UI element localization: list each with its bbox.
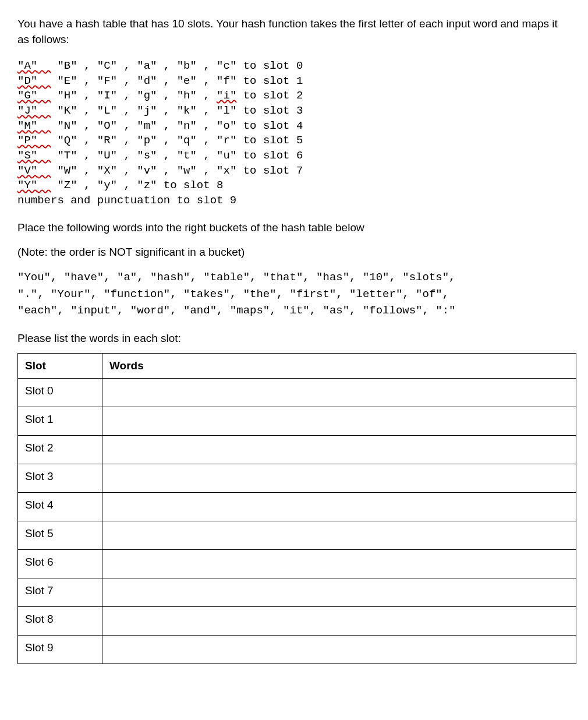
mapping-gap	[37, 104, 51, 117]
slot-label: Slot 5	[18, 521, 102, 549]
mapping-rest: "E" , "F" , "d" , "e" , "f" to slot 1	[51, 75, 303, 87]
slot-label: Slot 4	[18, 492, 102, 521]
mapping-gap	[37, 59, 51, 72]
intro-text: You have a hash table that has 10 slots.…	[17, 16, 571, 47]
mapping-gap	[37, 134, 51, 147]
mapping-gap	[37, 89, 51, 102]
slot-words-cell[interactable]	[102, 435, 576, 464]
slot-words-cell[interactable]	[102, 492, 576, 521]
header-words: Words	[102, 353, 576, 378]
mapping-first-letter: "G"	[17, 89, 37, 102]
mapping-first-letter: "J"	[17, 104, 37, 117]
mapping-rest: "B" , "C" , "a" , "b" , "c" to slot 0	[51, 59, 303, 72]
mapping-rest: "N" , "O" , "m" , "n" , "o" to slot 4	[51, 119, 303, 132]
slot-label: Slot 7	[18, 578, 102, 606]
slot-words-cell[interactable]	[102, 407, 576, 435]
slot-label: Slot 1	[18, 407, 102, 435]
hash-mapping-block: "A" "B" , "C" , "a" , "b" , "c" to slot …	[17, 59, 571, 208]
slot-label: Slot 0	[18, 378, 102, 407]
mapping-first-letter: "D"	[17, 75, 37, 87]
mapping-rest: "H" , "I" , "g" , "h" ,	[51, 89, 217, 102]
mapping-gap	[37, 75, 51, 87]
mapping-rest: "T" , "U" , "s" , "t" , "u" to slot 6	[51, 149, 303, 162]
table-row: Slot 0	[18, 378, 576, 407]
slot-label: Slot 3	[18, 464, 102, 492]
mapping-rest: "K" , "L" , "j" , "k" , "l" to slot 3	[51, 104, 303, 117]
mapping-first-letter: "P"	[17, 134, 37, 147]
slot-table: Slot Words Slot 0Slot 1Slot 2Slot 3Slot …	[17, 353, 576, 664]
table-row: Slot 5	[18, 521, 576, 549]
mapping-first-letter: "V"	[17, 164, 37, 177]
slot-label: Slot 9	[18, 635, 102, 663]
instruction-text: Place the following words into the right…	[17, 220, 571, 236]
slot-words-cell[interactable]	[102, 606, 576, 635]
word-list: "You", "have", "a", "hash", "table", "th…	[17, 269, 571, 319]
slot-words-cell[interactable]	[102, 578, 576, 606]
mapping-rest: "Q" , "R" , "p" , "q" , "r" to slot 5	[51, 134, 303, 147]
slot-words-cell[interactable]	[102, 464, 576, 492]
mapping-gap	[37, 164, 51, 177]
mapping-first-letter: "A"	[17, 59, 37, 72]
slot-label: Slot 8	[18, 606, 102, 635]
slot-words-cell[interactable]	[102, 521, 576, 549]
mapping-gap	[37, 149, 51, 162]
table-row: Slot 8	[18, 606, 576, 635]
mapping-rest: "W" , "X" , "v" , "w" , "x" to slot 7	[51, 164, 303, 177]
table-row: Slot 7	[18, 578, 576, 606]
table-row: Slot 4	[18, 492, 576, 521]
slot-words-cell[interactable]	[102, 378, 576, 407]
table-row: Slot 1	[18, 407, 576, 435]
mapping-rest2: to slot 2	[236, 89, 303, 102]
table-row: Slot 2	[18, 435, 576, 464]
mapping-gap	[37, 179, 51, 192]
header-slot: Slot	[18, 353, 102, 378]
list-header: Please list the words in each slot:	[17, 332, 571, 345]
mapping-first-letter: "S"	[17, 149, 37, 162]
table-row: Slot 6	[18, 549, 576, 578]
note-text: (Note: the order is NOT significant in a…	[17, 246, 571, 259]
mapping-rest: "Z" , "y" , "z" to slot 8	[51, 179, 223, 192]
slot-words-cell[interactable]	[102, 635, 576, 663]
mapping-first-letter: "M"	[17, 119, 37, 132]
slot-words-cell[interactable]	[102, 549, 576, 578]
mapping-spellcheck: "i"	[217, 89, 236, 102]
table-header-row: Slot Words	[18, 353, 576, 378]
mapping-last: numbers and punctuation to slot 9	[17, 194, 236, 207]
table-row: Slot 9	[18, 635, 576, 663]
slot-label: Slot 2	[18, 435, 102, 464]
mapping-gap	[37, 119, 51, 132]
slot-label: Slot 6	[18, 549, 102, 578]
table-row: Slot 3	[18, 464, 576, 492]
mapping-first-letter: "Y"	[17, 179, 37, 192]
